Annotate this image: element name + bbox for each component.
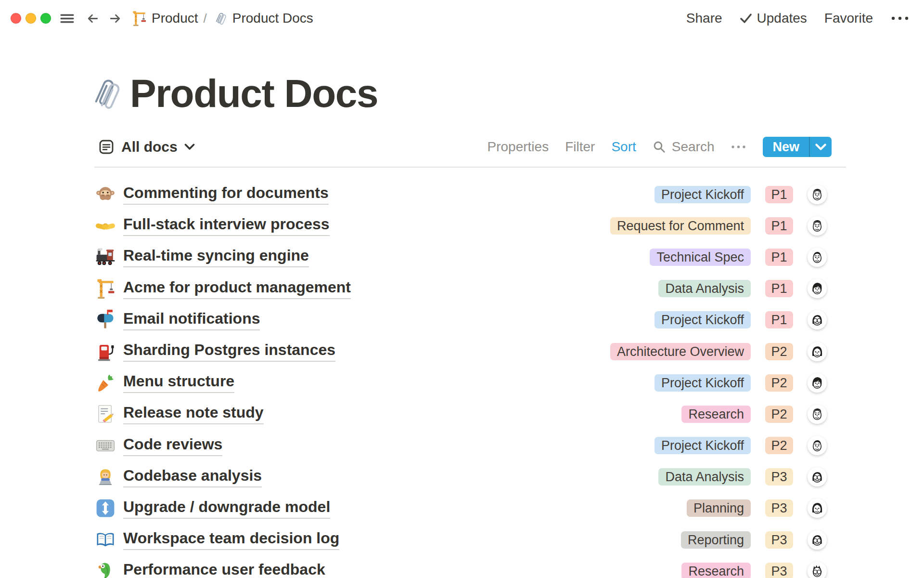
breadcrumb: Product / Product Docs bbox=[131, 11, 313, 26]
doc-title-link[interactable]: Menu structure bbox=[123, 372, 234, 393]
doc-title-link[interactable]: Workspace team decision log bbox=[123, 529, 339, 550]
doc-title-link[interactable]: Codebase analysis bbox=[123, 467, 262, 487]
tag-badge[interactable]: Data Analysis bbox=[658, 468, 751, 486]
assignee-avatar[interactable] bbox=[808, 499, 827, 518]
priority-badge[interactable]: P1 bbox=[765, 311, 793, 328]
breadcrumb-item-product-docs[interactable]: Product Docs bbox=[212, 11, 313, 26]
memo-icon bbox=[95, 404, 116, 424]
monkey-icon bbox=[95, 184, 116, 205]
search-icon bbox=[653, 140, 666, 154]
assignee-avatar[interactable] bbox=[808, 185, 827, 204]
priority-badge[interactable]: P1 bbox=[765, 217, 793, 235]
paperclips-icon bbox=[212, 11, 228, 26]
table-row: Performance user feedback Research P3 bbox=[94, 555, 846, 578]
priority-badge[interactable]: P2 bbox=[765, 343, 793, 360]
assignee-avatar[interactable] bbox=[808, 310, 827, 329]
tag-badge[interactable]: Project Kickoff bbox=[654, 311, 751, 328]
assignee-avatar[interactable] bbox=[808, 216, 827, 236]
doc-title-link[interactable]: Commenting for documents bbox=[123, 184, 329, 205]
chevron-down-icon bbox=[184, 144, 195, 150]
docs-table: Commenting for documents Project Kickoff… bbox=[94, 168, 846, 578]
priority-badge[interactable]: P2 bbox=[765, 437, 793, 454]
tag-badge[interactable]: Planning bbox=[687, 499, 751, 517]
priority-badge[interactable]: P2 bbox=[765, 374, 793, 392]
assignee-avatar[interactable] bbox=[808, 467, 827, 486]
breadcrumb-label: Product bbox=[152, 11, 198, 26]
more-options-button[interactable] bbox=[890, 15, 910, 21]
table-row: Workspace team decision log Reporting P3 bbox=[94, 524, 846, 555]
new-button[interactable]: New bbox=[763, 137, 809, 157]
woman-technologist-icon bbox=[95, 467, 116, 487]
assignee-avatar[interactable] bbox=[808, 405, 827, 424]
assignee-avatar[interactable] bbox=[808, 279, 827, 298]
crane-icon bbox=[95, 278, 116, 299]
doc-title-link[interactable]: Performance user feedback bbox=[123, 561, 325, 578]
tag-badge[interactable]: Data Analysis bbox=[658, 280, 751, 297]
doc-title-link[interactable]: Release note study bbox=[123, 404, 264, 424]
new-dropdown-button[interactable] bbox=[809, 137, 832, 157]
keyboard-icon bbox=[95, 435, 116, 456]
search-button[interactable]: Search bbox=[653, 139, 715, 155]
breadcrumb-separator: / bbox=[204, 11, 207, 26]
forward-icon[interactable] bbox=[108, 11, 123, 26]
table-row: Commenting for documents Project Kickoff… bbox=[94, 179, 846, 210]
doc-title-link[interactable]: Email notifications bbox=[123, 310, 260, 330]
new-button-group: New bbox=[763, 137, 832, 157]
tag-badge[interactable]: Research bbox=[681, 406, 751, 423]
assignee-avatar[interactable] bbox=[808, 562, 827, 578]
locomotive-icon bbox=[95, 247, 116, 267]
tag-badge[interactable]: Architecture Overview bbox=[610, 343, 751, 360]
doc-title-link[interactable]: Full-stack interview process bbox=[123, 215, 330, 236]
ellipsis-icon bbox=[731, 144, 746, 149]
toolbar-more-button[interactable] bbox=[731, 144, 746, 149]
chevron-down-icon bbox=[815, 144, 826, 151]
breadcrumb-item-product[interactable]: Product bbox=[131, 11, 198, 26]
priority-badge[interactable]: P3 bbox=[765, 531, 793, 549]
priority-badge[interactable]: P1 bbox=[765, 280, 793, 297]
assignee-avatar[interactable] bbox=[808, 342, 827, 361]
window-titlebar: Product / Product Docs Share Updates Fav… bbox=[0, 0, 924, 37]
tag-badge[interactable]: Request for Comment bbox=[610, 217, 751, 235]
check-icon bbox=[740, 12, 752, 25]
table-row: Menu structure Project Kickoff P2 bbox=[94, 367, 846, 398]
tag-badge[interactable]: Project Kickoff bbox=[654, 186, 751, 203]
view-switcher[interactable]: All docs bbox=[94, 139, 195, 155]
menu-icon[interactable] bbox=[60, 11, 75, 26]
assignee-avatar[interactable] bbox=[808, 530, 827, 550]
priority-badge[interactable]: P3 bbox=[765, 468, 793, 486]
doc-title-link[interactable]: Real-time syncing engine bbox=[123, 247, 309, 267]
tag-badge[interactable]: Reporting bbox=[681, 531, 751, 549]
paperclips-page-icon[interactable] bbox=[90, 72, 120, 115]
open-book-icon bbox=[95, 530, 116, 550]
table-row: Upgrade / downgrade model Planning P3 bbox=[94, 493, 846, 524]
doc-title-link[interactable]: Sharding Postgres instances bbox=[123, 341, 335, 362]
zoom-window-button[interactable] bbox=[40, 13, 51, 24]
tag-badge[interactable]: Research bbox=[681, 563, 751, 578]
priority-badge[interactable]: P1 bbox=[765, 186, 793, 203]
close-window-button[interactable] bbox=[11, 13, 21, 24]
table-row: Sharding Postgres instances Architecture… bbox=[94, 336, 846, 367]
assignee-avatar[interactable] bbox=[808, 373, 827, 393]
assignee-avatar[interactable] bbox=[808, 248, 827, 267]
priority-badge[interactable]: P3 bbox=[765, 499, 793, 517]
properties-button[interactable]: Properties bbox=[488, 139, 549, 155]
assignee-avatar[interactable] bbox=[808, 436, 827, 455]
tag-badge[interactable]: Project Kickoff bbox=[654, 374, 751, 392]
favorite-button[interactable]: Favorite bbox=[824, 11, 873, 26]
sort-button[interactable]: Sort bbox=[611, 139, 636, 155]
filter-button[interactable]: Filter bbox=[565, 139, 595, 155]
updates-button[interactable]: Updates bbox=[740, 11, 807, 26]
minimize-window-button[interactable] bbox=[26, 13, 36, 24]
tag-badge[interactable]: Project Kickoff bbox=[654, 437, 751, 454]
doc-title-link[interactable]: Acme for product management bbox=[123, 278, 351, 299]
ellipsis-icon bbox=[890, 15, 910, 21]
back-icon[interactable] bbox=[85, 11, 100, 26]
doc-title-link[interactable]: Upgrade / downgrade model bbox=[123, 498, 330, 519]
priority-badge[interactable]: P2 bbox=[765, 406, 793, 423]
priority-badge[interactable]: P1 bbox=[765, 249, 793, 266]
tag-badge[interactable]: Technical Spec bbox=[650, 249, 751, 266]
view-label: All docs bbox=[121, 139, 178, 155]
doc-title-link[interactable]: Code reviews bbox=[123, 435, 222, 456]
priority-badge[interactable]: P3 bbox=[765, 563, 793, 578]
share-button[interactable]: Share bbox=[686, 11, 722, 26]
